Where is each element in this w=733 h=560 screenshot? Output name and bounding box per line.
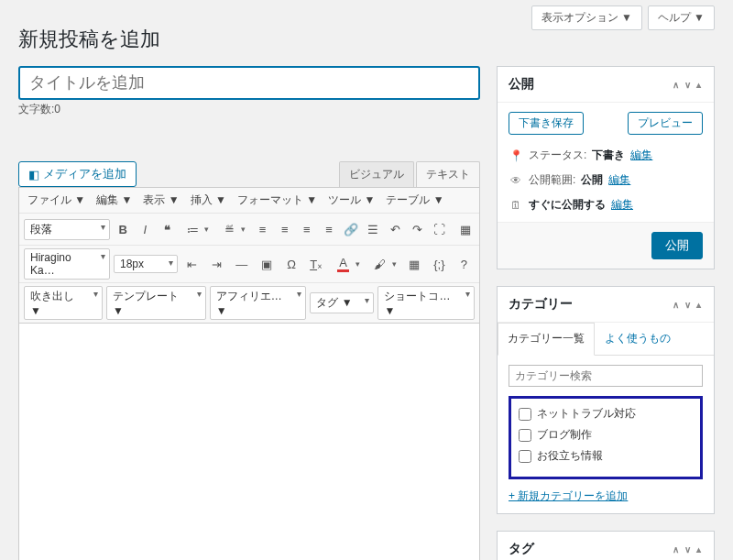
word-count-top: 文字数:0	[18, 102, 480, 117]
status-label: ステータス:	[529, 148, 586, 163]
panel-toggle-icon[interactable]: ▴	[695, 543, 703, 556]
align-left-button[interactable]: ≡	[253, 217, 271, 241]
menu-view[interactable]: 表示 ▼	[139, 191, 182, 210]
add-category-link[interactable]: + 新規カテゴリーを追加	[509, 489, 628, 502]
toolbar-toggle-button[interactable]: ▦	[456, 217, 475, 241]
category-checkbox[interactable]	[519, 408, 531, 421]
format-select[interactable]: 段落	[24, 219, 110, 240]
panel-down-icon[interactable]: ∨	[683, 298, 693, 312]
menu-insert[interactable]: 挿入 ▼	[187, 191, 230, 210]
panel-down-icon[interactable]: ∨	[683, 78, 693, 92]
cat-tab-most-used[interactable]: よく使うもの	[595, 323, 681, 355]
number-list-button[interactable]: ≝▾	[216, 216, 249, 242]
affiliate-select[interactable]: アフィリエ…▼	[210, 286, 307, 320]
media-icon: ◧	[28, 168, 39, 181]
tag-select[interactable]: タグ ▼	[310, 292, 374, 313]
panel-up-icon[interactable]: ∧	[671, 298, 681, 312]
bullet-list-button[interactable]: ≔▾	[180, 216, 213, 242]
visibility-label: 公開範囲:	[529, 172, 575, 188]
calendar-icon: 🗓	[509, 199, 523, 212]
fullscreen-button[interactable]: ⛶	[431, 217, 449, 241]
font-size-select[interactable]: 18px	[114, 255, 178, 273]
tag-box: タグ ∧ ∨ ▴ 追加	[497, 531, 715, 560]
category-search-input[interactable]	[509, 365, 703, 387]
text-color-button[interactable]: A▾	[331, 251, 364, 277]
menu-edit[interactable]: 編集 ▼	[93, 191, 136, 210]
preview-button[interactable]: プレビュー	[628, 112, 703, 135]
align-justify-button[interactable]: ≡	[320, 217, 338, 241]
category-heading: カテゴリー	[509, 296, 573, 313]
category-label: ブログ制作	[537, 427, 592, 443]
publish-button[interactable]: 公開	[651, 232, 703, 259]
indent-button[interactable]: ⇥	[206, 252, 227, 276]
add-media-button[interactable]: ◧ メディアを追加	[18, 161, 137, 187]
publish-heading: 公開	[509, 76, 534, 93]
schedule-label: すぐに公開する	[529, 197, 606, 213]
tab-visual[interactable]: ビジュアル	[339, 161, 414, 187]
category-label: ネットトラブル対応	[537, 406, 636, 422]
hr-button[interactable]: —	[231, 252, 252, 276]
menu-tools[interactable]: ツール ▼	[324, 191, 378, 210]
code-button[interactable]: {;}	[429, 252, 450, 276]
italic-button[interactable]: I	[136, 217, 154, 241]
visibility-icon: 👁	[509, 174, 523, 187]
panel-toggle-icon[interactable]: ▴	[695, 78, 703, 92]
redo-button[interactable]: ↷	[409, 217, 427, 241]
menu-table[interactable]: テーブル ▼	[382, 191, 447, 210]
category-checkbox[interactable]	[519, 450, 531, 463]
font-select[interactable]: Hiragino Ka…	[24, 248, 110, 280]
menu-file[interactable]: ファイル ▼	[24, 191, 89, 210]
save-draft-button[interactable]: 下書き保存	[509, 112, 584, 135]
template-select[interactable]: テンプレート ▼	[106, 286, 206, 320]
status-edit-link[interactable]: 編集	[630, 148, 652, 163]
status-value: 下書き	[592, 148, 625, 163]
visibility-value: 公開	[581, 172, 603, 188]
read-more-button[interactable]: ☰	[364, 217, 382, 241]
category-item[interactable]: ブログ制作	[519, 427, 693, 443]
align-right-button[interactable]: ≡	[298, 217, 316, 241]
undo-button[interactable]: ↶	[386, 217, 404, 241]
cat-tab-all[interactable]: カテゴリー一覧	[498, 323, 595, 356]
category-checkbox[interactable]	[519, 429, 531, 442]
post-title-input[interactable]	[18, 66, 480, 100]
blockquote-button[interactable]: ❝	[158, 217, 176, 241]
balloon-select[interactable]: 吹き出し ▼	[24, 286, 103, 320]
table-button[interactable]: ▦	[404, 252, 425, 276]
tab-text[interactable]: テキスト	[416, 161, 480, 187]
bg-color-button[interactable]: 🖌▾	[367, 251, 400, 277]
help-button[interactable]: ?	[454, 252, 475, 276]
menu-format[interactable]: フォーマット ▼	[234, 191, 321, 210]
publish-box: 公開 ∧ ∨ ▴ 下書き保存 プレビュー 📍 ステータス:	[497, 66, 715, 269]
editor-content[interactable]	[18, 324, 480, 560]
shortcode-select[interactable]: ショートコ…▼	[377, 286, 475, 320]
special-char-button[interactable]: Ω	[280, 252, 301, 276]
screen-options-toggle[interactable]: 表示オプション ▼	[531, 5, 642, 30]
bold-button[interactable]: B	[114, 217, 132, 241]
schedule-edit-link[interactable]: 編集	[611, 197, 633, 213]
add-media-label: メディアを追加	[43, 166, 126, 182]
panel-up-icon[interactable]: ∧	[671, 78, 681, 92]
image-button[interactable]: ▣	[256, 252, 277, 276]
category-item[interactable]: ネットトラブル対応	[519, 406, 693, 422]
link-button[interactable]: 🔗	[342, 217, 360, 241]
visibility-edit-link[interactable]: 編集	[608, 172, 630, 188]
pin-icon: 📍	[509, 149, 523, 162]
panel-toggle-icon[interactable]: ▴	[695, 298, 703, 312]
category-item[interactable]: お役立ち情報	[519, 448, 693, 464]
align-center-button[interactable]: ≡	[276, 217, 294, 241]
outdent-button[interactable]: ⇤	[181, 252, 202, 276]
category-label: お役立ち情報	[537, 448, 603, 464]
category-checklist: ネットトラブル対応 ブログ制作 お役立ち情報	[509, 396, 703, 479]
clear-format-button[interactable]: Tₓ	[306, 252, 327, 276]
panel-down-icon[interactable]: ∨	[683, 543, 693, 556]
tag-heading: タグ	[509, 541, 534, 557]
editor-toolbar: ファイル ▼ 編集 ▼ 表示 ▼ 挿入 ▼ フォーマット ▼ ツール ▼ テーブ…	[18, 187, 480, 324]
panel-up-icon[interactable]: ∧	[671, 543, 681, 556]
category-box: カテゴリー ∧ ∨ ▴ カテゴリー一覧 よく使うもの	[497, 286, 715, 514]
help-toggle[interactable]: ヘルプ ▼	[648, 5, 715, 30]
